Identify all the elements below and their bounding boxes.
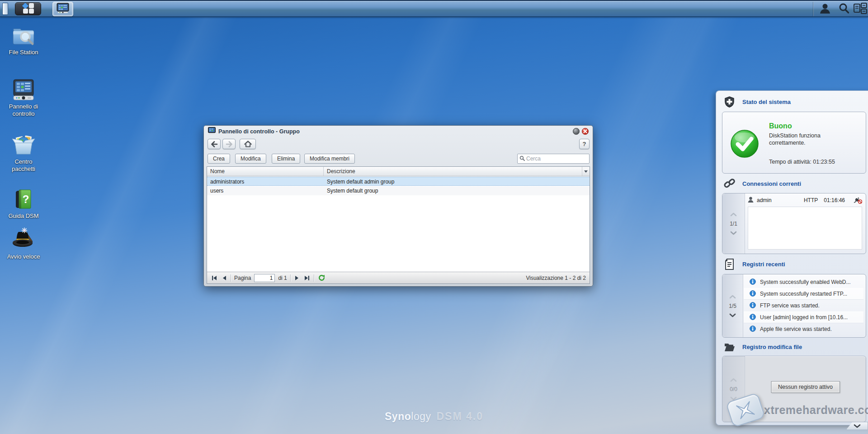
desktop-icon-package-center[interactable]: Centro pacchetti	[2, 134, 45, 172]
system-widget-panel: Stato del sistema Buono DiskStation funz…	[716, 90, 868, 425]
widget-title: Stato del sistema	[742, 99, 791, 105]
connection-time: 01:16:46	[824, 197, 845, 203]
log-entry[interactable]: User [admin] logged in from [10.16...	[744, 311, 863, 323]
search-field-icon	[519, 155, 525, 163]
connection-user: admin	[757, 197, 772, 203]
log-text: User [admin] logged in from [10.16...	[760, 314, 848, 321]
connection-protocol: HTTP	[804, 197, 818, 203]
taskbar-divider	[813, 2, 813, 16]
show-desktop-button[interactable]	[2, 3, 8, 15]
pilot-view-button[interactable]	[852, 2, 868, 16]
delete-button[interactable]: Elimina	[272, 154, 300, 164]
next-page-button[interactable]	[294, 274, 300, 282]
forward-button[interactable]	[222, 139, 236, 149]
disconnect-user-button[interactable]	[854, 197, 862, 204]
refresh-icon	[318, 274, 325, 281]
prev-page-button[interactable]	[221, 274, 227, 282]
main-menu-icon	[22, 2, 34, 16]
column-header-description[interactable]: Descrizione	[324, 167, 582, 176]
page-input[interactable]	[254, 274, 275, 282]
dsm-help-icon: ?	[2, 188, 45, 211]
health-ok-icon	[730, 129, 759, 160]
system-health-header: Stato del sistema	[722, 96, 866, 108]
connections-header: Connessioni correnti	[722, 178, 866, 189]
log-text: Apple file service was started.	[760, 326, 832, 332]
health-status: Buono	[769, 122, 792, 130]
widget-title: Connessioni correnti	[742, 180, 801, 187]
back-button[interactable]	[208, 139, 221, 149]
file-log-pager: 0/0	[722, 356, 745, 422]
minimize-button[interactable]	[573, 128, 580, 135]
cell-description: System default admin group	[324, 177, 590, 185]
user-icon	[819, 3, 831, 16]
package-center-icon	[2, 134, 45, 156]
svg-text:?: ?	[23, 193, 29, 205]
search-icon	[838, 3, 850, 16]
pager-down-button[interactable]	[730, 396, 737, 401]
info-icon	[750, 314, 756, 321]
info-icon	[750, 290, 756, 298]
table-row-administrators[interactable]: administrators System default admin grou…	[207, 177, 590, 186]
pager-down-button[interactable]	[730, 231, 737, 235]
desktop-icon-label: File Station	[3, 49, 44, 56]
log-list: System successfully enabled WebD... Syst…	[744, 276, 863, 335]
shield-icon	[723, 96, 736, 108]
file-change-log-panel: 0/0 Nessun registro attivo	[722, 356, 866, 422]
desktop-icon-dsm-help[interactable]: ? Guida DSM	[2, 188, 45, 220]
desktop-icon-file-station[interactable]: File Station	[2, 25, 45, 56]
table-row-users[interactable]: users System default group	[207, 186, 590, 195]
cell-description: System default group	[324, 186, 590, 195]
file-log-area: Nessun registro attivo	[745, 357, 865, 421]
user-menu-button[interactable]	[816, 2, 834, 16]
home-button[interactable]	[240, 139, 256, 149]
control-panel-task-icon	[57, 3, 69, 15]
brand-bold: Syno	[385, 410, 411, 422]
pagination-bar: Pagina di 1 Visualizzazione 1 - 2	[207, 272, 590, 283]
search-button[interactable]	[835, 2, 853, 16]
column-header-name[interactable]: Nome	[207, 167, 324, 176]
pager-up-button[interactable]	[729, 295, 736, 299]
refresh-button[interactable]	[317, 274, 326, 282]
close-button[interactable]	[582, 128, 589, 135]
pager-down-button[interactable]	[729, 313, 736, 317]
next-page-icon	[295, 275, 299, 281]
first-page-icon	[212, 275, 217, 281]
desktop-icon-control-panel[interactable]: Pannello di controllo	[2, 79, 45, 117]
pagination-separator	[231, 274, 231, 282]
desktop-icon-quick-start[interactable]: Avvio veloce	[2, 227, 45, 260]
help-button[interactable]: ?	[579, 139, 590, 149]
first-page-button[interactable]	[211, 274, 218, 282]
taskbar-item-control-panel[interactable]	[52, 2, 73, 16]
page-total: di 1	[278, 275, 287, 281]
edit-members-button[interactable]: Modifica membri	[304, 154, 355, 164]
pilot-view-icon	[854, 3, 867, 16]
log-entry[interactable]: System successfully restarted FTP...	[744, 288, 863, 300]
pager-up-button[interactable]	[730, 212, 737, 217]
log-entry[interactable]: Apple file service was started.	[744, 323, 863, 335]
last-page-button[interactable]	[303, 274, 311, 282]
info-icon	[750, 302, 756, 310]
pager-count: 1/1	[730, 221, 737, 227]
group-table: Nome Descrizione administrators System d…	[207, 166, 590, 284]
desktop: File Station Pannello di controllo	[0, 0, 868, 434]
desktop-icon-label: Avvio veloce	[3, 253, 44, 260]
create-button[interactable]: Crea	[208, 154, 230, 164]
column-menu-button[interactable]	[582, 167, 590, 176]
log-entry[interactable]: FTP service was started.	[744, 300, 863, 311]
edit-button[interactable]: Modifica	[235, 154, 266, 164]
main-menu-button[interactable]	[15, 2, 41, 15]
connection-row[interactable]: admin HTTP 01:16:46	[748, 195, 862, 205]
quick-start-icon	[2, 227, 45, 251]
pagination-separator	[290, 274, 291, 282]
window-titlebar[interactable]: Pannello di controllo - Gruppo	[204, 126, 593, 137]
prev-page-icon	[222, 275, 226, 281]
pager-up-button[interactable]	[730, 378, 737, 382]
system-health-panel: Buono DiskStation funziona correttamente…	[722, 112, 866, 174]
chevron-up-icon	[730, 378, 737, 382]
log-text: FTP service was started.	[760, 302, 820, 309]
pagination-separator	[314, 274, 314, 282]
log-entry[interactable]: System successfully enabled WebD...	[744, 276, 863, 288]
chevron-up-icon	[729, 295, 736, 299]
search-input[interactable]	[526, 156, 585, 162]
health-description: DiskStation funziona correttamente.	[769, 132, 846, 147]
